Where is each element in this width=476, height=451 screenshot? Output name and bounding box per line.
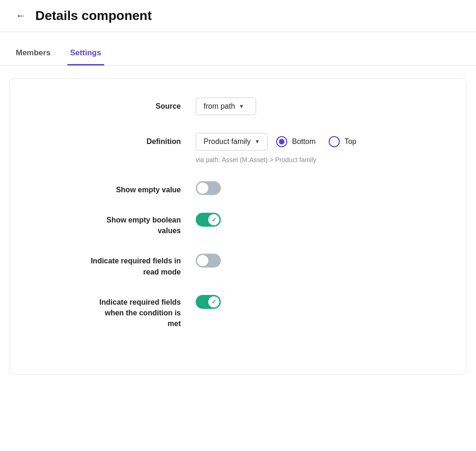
tab-members[interactable]: Members bbox=[13, 44, 53, 65]
radio-bottom-label: Bottom bbox=[292, 137, 316, 146]
page-title: Details component bbox=[35, 8, 152, 23]
via-path-text: via path: Asset (M.Asset) > Product fami… bbox=[196, 156, 317, 163]
source-row: Source from path ▼ bbox=[38, 98, 438, 115]
show-empty-boolean-label: Show empty boolean values bbox=[38, 213, 196, 236]
definition-dropdown-arrow: ▼ bbox=[254, 138, 260, 145]
indicate-required-read-control bbox=[196, 254, 438, 268]
indicate-required-read-toggle-knob bbox=[197, 255, 208, 266]
show-empty-boolean-row: Show empty boolean values ✓ bbox=[38, 213, 438, 236]
show-empty-value-toggle-knob bbox=[197, 183, 208, 194]
toggle-check-icon: ✓ bbox=[212, 216, 217, 223]
show-empty-value-toggle[interactable] bbox=[196, 181, 221, 195]
source-value: from path bbox=[204, 102, 235, 111]
radio-bottom-inner bbox=[279, 139, 284, 144]
show-empty-value-row: Show empty value bbox=[38, 181, 438, 195]
indicate-required-condition-row: Indicate required fields when the condit… bbox=[38, 295, 438, 329]
source-label: Source bbox=[38, 98, 196, 111]
source-control: from path ▼ bbox=[196, 98, 438, 115]
position-radio-group: Bottom Top bbox=[276, 136, 356, 147]
definition-label: Definition bbox=[38, 133, 196, 146]
radio-bottom-outer bbox=[276, 136, 287, 147]
tabs-bar: Members Settings bbox=[0, 43, 476, 65]
indicate-required-read-row: Indicate required fields in read mode bbox=[38, 254, 438, 277]
indicate-required-condition-toggle[interactable]: ✓ bbox=[196, 295, 221, 309]
show-empty-value-control bbox=[196, 181, 438, 195]
source-dropdown[interactable]: from path ▼ bbox=[196, 98, 256, 115]
indicate-required-read-label: Indicate required fields in read mode bbox=[38, 254, 196, 277]
indicate-required-condition-toggle-knob: ✓ bbox=[208, 296, 219, 307]
toggle-check-icon-2: ✓ bbox=[212, 298, 217, 305]
definition-row: Definition Product family ▼ Bottom bbox=[38, 133, 438, 163]
show-empty-boolean-toggle[interactable]: ✓ bbox=[196, 213, 221, 227]
radio-top-outer bbox=[329, 136, 340, 147]
radio-top-label: Top bbox=[344, 137, 357, 146]
definition-value: Product family bbox=[204, 137, 251, 146]
indicate-required-condition-control: ✓ bbox=[196, 295, 438, 309]
back-arrow-icon: ← bbox=[16, 10, 26, 22]
source-dropdown-arrow: ▼ bbox=[239, 103, 245, 110]
show-empty-boolean-toggle-knob: ✓ bbox=[208, 214, 219, 225]
header: ← Details component bbox=[0, 0, 476, 32]
definition-control: Product family ▼ Bottom Top bbox=[196, 133, 438, 163]
tab-settings[interactable]: Settings bbox=[67, 44, 104, 65]
indicate-required-read-toggle[interactable] bbox=[196, 254, 221, 268]
show-empty-boolean-control: ✓ bbox=[196, 213, 438, 227]
radio-top[interactable]: Top bbox=[329, 136, 357, 147]
definition-top: Product family ▼ Bottom Top bbox=[196, 133, 357, 150]
settings-card: Source from path ▼ Definition Product fa… bbox=[9, 78, 467, 375]
indicate-required-condition-label: Indicate required fields when the condit… bbox=[38, 295, 196, 329]
radio-bottom[interactable]: Bottom bbox=[276, 136, 316, 147]
back-button[interactable]: ← bbox=[13, 9, 29, 23]
definition-dropdown[interactable]: Product family ▼ bbox=[196, 133, 268, 150]
show-empty-value-label: Show empty value bbox=[38, 181, 196, 194]
